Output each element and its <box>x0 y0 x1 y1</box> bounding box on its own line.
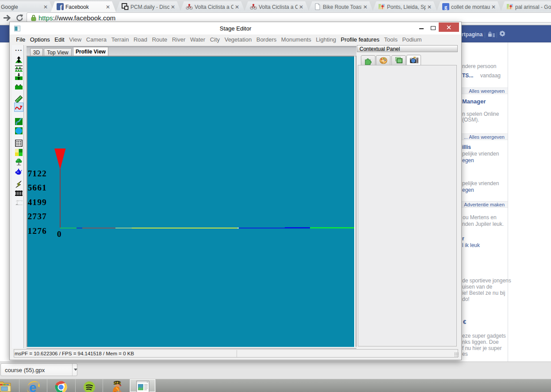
svg-text:g: g <box>444 4 448 10</box>
svg-text:f: f <box>60 4 62 11</box>
